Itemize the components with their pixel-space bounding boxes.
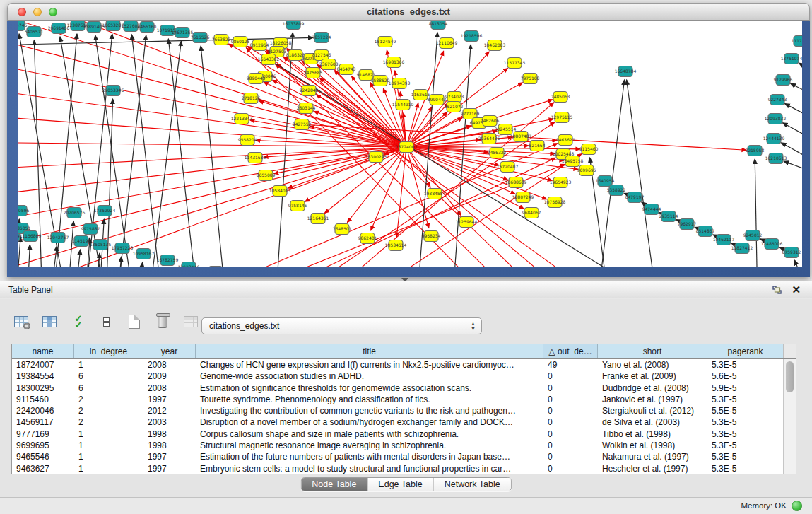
table-cell[interactable]: 2: [74, 405, 143, 416]
table-cell[interactable]: 2: [74, 394, 143, 405]
table-cell[interactable]: 5.3E-5: [707, 463, 783, 474]
table-cell[interactable]: 1997: [143, 463, 196, 474]
table-cell[interactable]: 2012: [143, 405, 196, 416]
graph-node[interactable]: 20206576: [64, 208, 86, 218]
graph-node[interactable]: 7663822: [212, 35, 231, 45]
table-cell[interactable]: Yano et al. (2008): [598, 359, 707, 370]
graph-node[interactable]: 19218596: [461, 31, 483, 42]
graph-node[interactable]: 2935114: [659, 211, 678, 222]
graph-node[interactable]: 3475685: [304, 68, 323, 78]
graph-node[interactable]: 9699695: [577, 165, 596, 176]
graph-node[interactable]: 16648784: [615, 66, 637, 77]
table-selector-dropdown[interactable]: citations_edges.txt ▲▼: [201, 317, 482, 334]
table-cell[interactable]: 5.3E-5: [707, 451, 783, 462]
graph-node[interactable]: 13751074: [781, 54, 802, 64]
table-cell[interactable]: 5.3E-5: [707, 394, 783, 405]
table-row[interactable]: 977716911998Corpus callosum shape and si…: [12, 428, 796, 440]
table-cell[interactable]: 18724007: [12, 359, 74, 370]
row-height-button[interactable]: [96, 312, 116, 332]
table-cell[interactable]: 0: [543, 440, 598, 451]
graph-node[interactable]: 9242848: [300, 86, 319, 96]
graph-node[interactable]: 9734023: [445, 92, 464, 103]
graph-node[interactable]: 8655089: [257, 170, 276, 181]
table-cell[interactable]: Wolkin et al. (1998): [598, 440, 707, 451]
table-cell[interactable]: 2008: [143, 359, 196, 370]
graph-node[interactable]: 11259644: [456, 217, 478, 228]
table-cell[interactable]: 9465546: [12, 451, 74, 462]
table-cell[interactable]: 5.3E-5: [707, 440, 783, 451]
graph-node[interactable]: 2718126: [242, 93, 261, 104]
table-cell[interactable]: 22420046: [12, 405, 74, 416]
table-cell[interactable]: 6: [74, 382, 143, 394]
graph-node[interactable]: 12942757: [47, 233, 69, 243]
table-cell[interactable]: 1998: [143, 440, 196, 451]
table-cell[interactable]: Disruption of a novel member of a sodium…: [196, 416, 543, 428]
graph-node[interactable]: 8454743: [337, 64, 356, 75]
table-cell[interactable]: Corpus callosum shape and size in male p…: [196, 428, 543, 440]
graph-node[interactable]: 9684067: [522, 208, 541, 218]
table-cell[interactable]: Jankovic et al. (1997): [598, 394, 707, 405]
graph-node[interactable]: 10462083: [484, 40, 506, 51]
table-cell[interactable]: Tourette syndrome. Phenomenology and cla…: [196, 394, 543, 405]
graph-node[interactable]: 10756928: [544, 197, 566, 208]
table-cell[interactable]: Changes of HCN gene expression and I(f) …: [196, 359, 543, 370]
memory-ok-indicator-icon[interactable]: [792, 501, 802, 511]
graph-node[interactable]: 15720407: [497, 162, 519, 173]
graph-node[interactable]: 17957223: [112, 243, 134, 254]
graph-node[interactable]: 9129966: [774, 75, 793, 86]
graph-node[interactable]: 10688609: [505, 177, 527, 188]
delete-table-button[interactable]: [153, 312, 172, 332]
table-cell[interactable]: 1: [74, 359, 143, 370]
table-cell[interactable]: 1997: [143, 394, 196, 405]
graph-node[interactable]: 17359924: [94, 206, 116, 216]
table-cell[interactable]: 5.6E-5: [707, 370, 783, 382]
float-panel-icon[interactable]: [772, 286, 782, 295]
table-cell[interactable]: 2: [74, 416, 143, 428]
column-header-name[interactable]: name: [12, 344, 74, 358]
graph-node[interactable]: 5405571: [25, 27, 44, 37]
table-cell[interactable]: Structural magnetic resonance image aver…: [196, 440, 543, 451]
table-cell[interactable]: 1997: [143, 451, 196, 462]
table-cell[interactable]: 2008: [143, 382, 196, 394]
graph-node[interactable]: 9115460: [579, 144, 599, 155]
table-cell[interactable]: Dudbridge et al. (2008): [598, 382, 707, 394]
tab-network-table[interactable]: Network Table: [434, 478, 511, 491]
graph-node[interactable]: 1117534: [792, 36, 802, 47]
tab-edge-table[interactable]: Edge Table: [367, 478, 433, 491]
graph-node[interactable]: 10974393: [389, 78, 411, 89]
table-row[interactable]: 946362711997Embryonic stem cells: a mode…: [12, 463, 796, 474]
graph-node[interactable]: 621664: [529, 141, 546, 151]
graph-node[interactable]: 10534514: [385, 240, 407, 251]
graph-node[interactable]: 10958167: [133, 249, 155, 259]
graph-node[interactable]: 9975887: [81, 224, 100, 235]
table-cell[interactable]: 9115460: [12, 394, 74, 405]
table-cell[interactable]: 1: [74, 463, 143, 474]
table-cell[interactable]: 1: [74, 440, 143, 451]
close-panel-icon[interactable]: ✕: [792, 284, 801, 296]
table-row[interactable]: 1872400712008Changes of HCN gene express…: [12, 359, 796, 370]
column-header-short[interactable]: short: [598, 344, 707, 358]
table-cell[interactable]: Embryonic stem cells: a model to study s…: [196, 463, 543, 474]
table-cell[interactable]: 18300295: [12, 382, 74, 394]
graph-node[interactable]: 19654923: [550, 177, 572, 188]
table-cell[interactable]: Estimation of the future numbers of pati…: [196, 451, 543, 462]
graph-node[interactable]: 7462606: [481, 116, 500, 127]
table-cell[interactable]: 5.9E-5: [707, 382, 783, 394]
graph-node[interactable]: 9558204: [238, 135, 257, 146]
graph-node[interactable]: 8912954: [250, 40, 269, 51]
table-cell[interactable]: 9777169: [12, 428, 74, 440]
graph-node[interactable]: 8215958: [746, 146, 765, 156]
table-cell[interactable]: 6: [74, 370, 143, 382]
graph-node[interactable]: 8759312: [782, 247, 801, 258]
table-cell[interactable]: 0: [543, 370, 598, 382]
table-row[interactable]: 1938455462009Genome-wide association stu…: [12, 370, 796, 382]
graph-node[interactable]: 11431683: [245, 153, 266, 163]
vertical-scrollbar[interactable]: [783, 359, 796, 474]
graph-node[interactable]: 16210613: [765, 153, 787, 164]
graph-node[interactable]: 2367608: [319, 59, 339, 70]
graph-node[interactable]: 6466160: [138, 22, 157, 33]
graph-node[interactable]: 12444139: [763, 134, 785, 144]
graph-node[interactable]: 12164351: [307, 214, 329, 224]
table-cell[interactable]: 19384554: [12, 370, 74, 382]
table-cell[interactable]: 5.3E-5: [707, 359, 783, 370]
